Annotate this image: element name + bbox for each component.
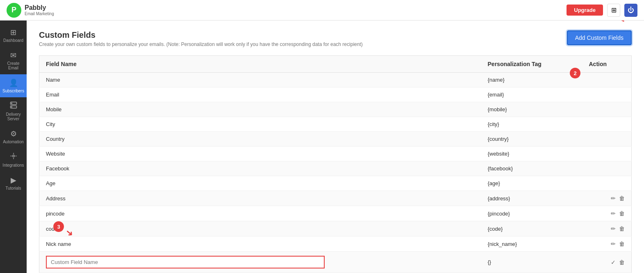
edit-icon[interactable]: ✏ bbox=[611, 241, 616, 247]
table-row: code{code} ✏ 🗑 bbox=[39, 221, 632, 236]
logo-text: Pabbly Email Marketing bbox=[25, 4, 54, 16]
add-custom-fields-button[interactable]: Add Custom Fields bbox=[567, 30, 632, 45]
cell-action: ✏ 🗑 bbox=[583, 236, 632, 252]
main-layout: ⊞ Dashboard ✉ Create Email 👤 Subscribers… bbox=[0, 21, 644, 273]
tutorials-icon: ▶ bbox=[11, 176, 16, 185]
sidebar-label-delivery-server: Delivery Server bbox=[2, 112, 25, 121]
cell-tag: {} bbox=[481, 252, 583, 273]
cell-action bbox=[583, 132, 632, 147]
logo-area: P Pabbly Email Marketing bbox=[7, 3, 54, 18]
cell-tag: {code} bbox=[481, 221, 583, 236]
dashboard-icon: ⊞ bbox=[10, 28, 16, 37]
cell-action: ✏ 🗑 bbox=[583, 206, 632, 221]
cell-action bbox=[583, 161, 632, 176]
sidebar-label-dashboard: Dashboard bbox=[3, 38, 23, 43]
delete-icon-input[interactable]: 🗑 bbox=[619, 259, 625, 266]
cell-tag: {email} bbox=[481, 87, 583, 102]
custom-field-name-input[interactable] bbox=[46, 256, 325, 268]
cell-field-name: Name bbox=[39, 73, 481, 87]
cell-field-name: Website bbox=[39, 147, 481, 161]
grid-icon[interactable]: ⊞ bbox=[607, 4, 620, 17]
delete-icon[interactable]: 🗑 bbox=[619, 195, 625, 202]
page-description: Create your own custom fields to persona… bbox=[39, 41, 363, 47]
cell-field-name: Address bbox=[39, 191, 481, 206]
cell-action bbox=[583, 176, 632, 191]
table-header-row: Field Name Personalization Tag Action bbox=[39, 56, 632, 73]
top-nav-right: Upgrade ⊞ ⏻ bbox=[567, 4, 637, 17]
cell-action bbox=[583, 87, 632, 102]
cell-tag: {facebook} bbox=[481, 161, 583, 176]
sidebar-label-create-email: Create Email bbox=[2, 61, 25, 70]
sidebar-item-integrations[interactable]: Integrations bbox=[0, 148, 27, 172]
custom-fields-table: Field Name Personalization Tag Action Na… bbox=[39, 55, 632, 273]
cell-tag: {age} bbox=[481, 176, 583, 191]
delivery-server-icon bbox=[10, 101, 17, 111]
create-email-icon: ✉ bbox=[10, 51, 16, 60]
annotation-badge-2: 2 bbox=[570, 68, 580, 78]
edit-icon[interactable]: ✏ bbox=[611, 225, 616, 232]
page-title: Custom Fields bbox=[39, 30, 363, 40]
sidebar-item-delivery-server[interactable]: Delivery Server bbox=[0, 97, 27, 125]
sidebar-label-automation: Automation bbox=[3, 140, 24, 144]
sidebar-item-subscribers[interactable]: 👤 Subscribers bbox=[0, 74, 27, 97]
sidebar-label-integrations: Integrations bbox=[2, 163, 24, 167]
table-row: City{city} bbox=[39, 117, 632, 132]
action-icons: ✏ 🗑 bbox=[589, 195, 625, 202]
power-icon[interactable]: ⏻ bbox=[624, 4, 637, 17]
table-row: Facebook{facebook} bbox=[39, 161, 632, 176]
cell-action bbox=[583, 102, 632, 117]
cell-tag: {website} bbox=[481, 147, 583, 161]
cell-tag: {address} bbox=[481, 191, 583, 206]
cell-action bbox=[583, 73, 632, 87]
table-row: Age{age} bbox=[39, 176, 632, 191]
cell-field-name: code bbox=[39, 221, 481, 236]
table-row: Website{website} bbox=[39, 147, 632, 161]
cell-field-name: Email bbox=[39, 87, 481, 102]
svg-point-4 bbox=[12, 155, 14, 157]
main-content: Custom Fields Create your own custom fie… bbox=[27, 21, 644, 273]
automation-icon: ⚙ bbox=[10, 129, 17, 138]
upgrade-button[interactable]: Upgrade bbox=[567, 5, 603, 16]
table-row: Country{country} bbox=[39, 132, 632, 147]
top-navigation: P Pabbly Email Marketing Upgrade ⊞ ⏻ bbox=[0, 0, 644, 21]
confirm-icon[interactable]: ✓ bbox=[611, 259, 616, 266]
sidebar-item-dashboard[interactable]: ⊞ Dashboard bbox=[0, 24, 27, 47]
table-row: Mobile{mobile} bbox=[39, 102, 632, 117]
edit-icon[interactable]: ✏ bbox=[611, 195, 616, 202]
arrow-annotation-2: ➜ bbox=[619, 21, 629, 25]
cell-tag: {nick_name} bbox=[481, 236, 583, 252]
page-title-area: Custom Fields Create your own custom fie… bbox=[39, 30, 363, 47]
cell-field-name: City bbox=[39, 117, 481, 132]
svg-point-3 bbox=[11, 107, 12, 108]
sidebar-item-create-email[interactable]: ✉ Create Email bbox=[0, 47, 27, 74]
sidebar-item-tutorials[interactable]: ▶ Tutorials bbox=[0, 172, 27, 195]
delete-icon[interactable]: 🗑 bbox=[619, 225, 625, 232]
cell-action bbox=[583, 117, 632, 132]
action-icons: ✏ 🗑 bbox=[589, 225, 625, 232]
cell-tag: {mobile} bbox=[481, 102, 583, 117]
th-field-name: Field Name bbox=[39, 56, 481, 73]
sidebar-item-automation[interactable]: ⚙ Automation bbox=[0, 125, 27, 148]
brand-name: Pabbly bbox=[25, 4, 54, 11]
table-row: pincode{pincode} ✏ 🗑 bbox=[39, 206, 632, 221]
cell-field-name: Facebook bbox=[39, 161, 481, 176]
action-icons: ✏ 🗑 bbox=[589, 210, 625, 217]
delete-icon[interactable]: 🗑 bbox=[619, 241, 625, 247]
table-row: Name{name} bbox=[39, 73, 632, 87]
cell-tag: {city} bbox=[481, 117, 583, 132]
cell-action: ✓ 🗑 bbox=[583, 252, 632, 273]
delete-icon[interactable]: 🗑 bbox=[619, 210, 625, 217]
edit-icon[interactable]: ✏ bbox=[611, 210, 616, 217]
svg-point-2 bbox=[11, 103, 12, 104]
cell-field-name: pincode bbox=[39, 206, 481, 221]
integrations-icon bbox=[10, 152, 17, 162]
sidebar-label-subscribers: Subscribers bbox=[2, 89, 24, 93]
cell-field-name bbox=[39, 252, 481, 273]
sidebar: ⊞ Dashboard ✉ Create Email 👤 Subscribers… bbox=[0, 21, 27, 273]
sidebar-label-tutorials: Tutorials bbox=[6, 186, 21, 190]
cell-tag: {country} bbox=[481, 132, 583, 147]
cell-field-name: Country bbox=[39, 132, 481, 147]
cell-field-name: Mobile bbox=[39, 102, 481, 117]
cell-action: ✏ 🗑 bbox=[583, 221, 632, 236]
table-row: Email{email} bbox=[39, 87, 632, 102]
